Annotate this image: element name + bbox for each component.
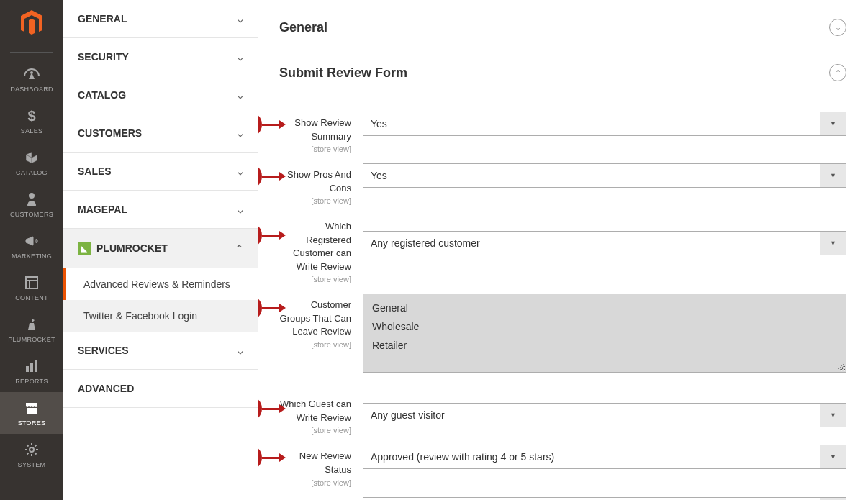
sidebar-item-plumrocket[interactable]: PLUMROCKET bbox=[0, 309, 63, 350]
svg-rect-6 bbox=[30, 363, 33, 372]
config-nav-customers[interactable]: CUSTOMERS ⌵ bbox=[63, 114, 258, 153]
field-row-which-guest: 5 Which Guest can Write Review [store vi… bbox=[279, 393, 846, 435]
dropdown-arrow-icon: ▼ bbox=[820, 112, 846, 135]
badge-arrow bbox=[262, 408, 281, 410]
field-row-customer-groups: 4 Customer Groups That Can Leave Review … bbox=[279, 294, 846, 373]
config-nav-label: ADVANCED bbox=[78, 383, 134, 394]
config-nav-sublist: Advanced Reviews & Reminders Twitter & F… bbox=[63, 268, 258, 332]
section-title-submit-review: Submit Review Form bbox=[279, 65, 407, 81]
which-registered-select[interactable]: Any registered customer bbox=[363, 232, 820, 255]
field-label: Show Review Summary bbox=[294, 117, 351, 142]
dropdown-arrow-icon: ▼ bbox=[820, 445, 846, 468]
badge-6: 6 bbox=[258, 445, 262, 471]
config-nav-services[interactable]: SERVICES ⌵ bbox=[63, 332, 258, 370]
svg-point-8 bbox=[30, 447, 34, 452]
sidebar-item-catalog[interactable]: CATALOG bbox=[0, 142, 63, 183]
config-nav-sub-label: Twitter & Facebook Login bbox=[83, 310, 197, 322]
badge-arrow bbox=[262, 457, 281, 459]
cube-icon bbox=[23, 149, 40, 166]
chevron-up-icon: ⌃ bbox=[235, 243, 243, 254]
chevron-down-icon: ⌵ bbox=[238, 90, 243, 101]
config-nav-label: SERVICES bbox=[78, 345, 129, 356]
bar-chart-icon bbox=[23, 358, 40, 375]
config-nav-label: SECURITY bbox=[78, 51, 129, 63]
section-header-submit-review[interactable]: Submit Review Form ⌃ bbox=[279, 58, 846, 90]
show-message-block-select[interactable]: Yes bbox=[363, 498, 820, 500]
sidebar-divider bbox=[10, 52, 53, 53]
badge-5: 5 bbox=[258, 396, 262, 422]
sidebar-item-marketing[interactable]: MARKETING bbox=[0, 225, 63, 267]
sidebar-item-stores[interactable]: STORES bbox=[0, 392, 63, 434]
sidebar-item-customers[interactable]: CUSTOMERS bbox=[0, 183, 63, 225]
sidebar-item-sales[interactable]: $ SALES bbox=[0, 100, 63, 142]
section-title-general: General bbox=[279, 20, 327, 35]
svg-point-1 bbox=[29, 193, 35, 199]
show-pros-cons-select[interactable]: Yes bbox=[363, 164, 820, 187]
badge-7: 7 bbox=[258, 497, 262, 500]
config-nav-sub-twitter-fb[interactable]: Twitter & Facebook Login bbox=[63, 300, 258, 332]
admin-sidebar: DASHBOARD $ SALES CATALOG CUSTOMERS MARK… bbox=[0, 0, 63, 500]
svg-rect-7 bbox=[35, 360, 37, 372]
customer-groups-multiselect[interactable]: General Wholesale Retailer bbox=[363, 294, 846, 373]
field-label: Which Registered Customer can Write Revi… bbox=[293, 221, 351, 272]
svg-text:$: $ bbox=[27, 109, 35, 123]
badge-4: 4 bbox=[258, 295, 262, 321]
chevron-down-icon: ⌵ bbox=[238, 345, 243, 356]
sidebar-label-sales: SALES bbox=[21, 127, 43, 135]
config-nav-label: CUSTOMERS bbox=[78, 127, 142, 139]
sidebar-item-content[interactable]: CONTENT bbox=[0, 267, 63, 309]
sidebar-label-reports: REPORTS bbox=[15, 378, 48, 385]
sidebar-item-reports[interactable]: REPORTS bbox=[0, 350, 63, 392]
config-nav-label: CATALOG bbox=[78, 89, 126, 101]
main-content: General ⌄ Submit Review Form ⌃ 1 Show Re… bbox=[258, 0, 868, 500]
multiselect-option[interactable]: Wholesale bbox=[363, 317, 846, 336]
plumrocket-icon bbox=[23, 316, 40, 333]
gear-icon bbox=[23, 441, 40, 458]
field-label: Customer Groups That Can Leave Review bbox=[280, 299, 351, 337]
collapse-icon[interactable]: ⌄ bbox=[829, 19, 846, 36]
megaphone-icon bbox=[23, 232, 40, 250]
config-nav-general[interactable]: GENERAL ⌵ bbox=[63, 0, 258, 38]
dropdown-arrow-icon: ▼ bbox=[820, 232, 846, 255]
new-review-status-select[interactable]: Approved (review with rating 4 or 5 star… bbox=[363, 445, 820, 468]
sidebar-item-system[interactable]: SYSTEM bbox=[0, 434, 63, 476]
sidebar-label-catalog: CATALOG bbox=[16, 169, 48, 176]
field-row-show-review-summary: 1 Show Review Summary [store view] Yes ▼ bbox=[279, 112, 846, 153]
config-nav-catalog[interactable]: CATALOG ⌵ bbox=[63, 76, 258, 114]
config-nav-plumrocket[interactable]: ◣ PLUMROCKET ⌃ bbox=[63, 229, 258, 268]
sidebar-item-dashboard[interactable]: DASHBOARD bbox=[0, 58, 63, 100]
field-row-show-pros-cons: 2 Show Pros And Cons [store view] Yes ▼ bbox=[279, 163, 846, 205]
show-review-summary-select[interactable]: Yes bbox=[363, 112, 820, 135]
which-guest-select[interactable]: Any guest visitor bbox=[363, 404, 820, 427]
config-nav-label: PLUMROCKET bbox=[96, 242, 168, 254]
field-scope: [store view] bbox=[279, 145, 351, 153]
badge-3: 3 bbox=[258, 222, 262, 248]
svg-rect-5 bbox=[26, 366, 29, 372]
config-nav-magepal[interactable]: MAGEPAL ⌵ bbox=[63, 191, 258, 229]
field-scope: [store view] bbox=[279, 478, 351, 487]
config-nav-sub-advanced-reviews[interactable]: Advanced Reviews & Reminders bbox=[63, 268, 258, 300]
config-nav-advanced[interactable]: ADVANCED bbox=[63, 370, 258, 408]
config-nav-security[interactable]: SECURITY ⌵ bbox=[63, 38, 258, 76]
multiselect-option[interactable]: Retailer bbox=[363, 336, 846, 355]
person-icon bbox=[23, 191, 40, 208]
badge-arrow bbox=[262, 235, 281, 237]
config-nav-sub-label: Advanced Reviews & Reminders bbox=[83, 278, 230, 290]
stores-icon bbox=[23, 399, 40, 417]
field-row-which-registered: 3 Which Registered Customer can Write Re… bbox=[279, 215, 846, 283]
expand-icon[interactable]: ⌃ bbox=[829, 64, 846, 81]
multiselect-option[interactable]: General bbox=[363, 299, 846, 317]
section-header-general[interactable]: General ⌄ bbox=[279, 13, 846, 45]
chevron-down-icon: ⌵ bbox=[238, 128, 243, 139]
config-nav-label: MAGEPAL bbox=[78, 204, 127, 215]
resize-handle-icon[interactable] bbox=[837, 363, 844, 371]
sidebar-label-customers: CUSTOMERS bbox=[10, 211, 53, 218]
magento-logo[interactable] bbox=[17, 9, 46, 37]
field-scope: [store view] bbox=[279, 275, 351, 283]
config-nav: GENERAL ⌵ SECURITY ⌵ CATALOG ⌵ CUSTOMERS… bbox=[63, 0, 258, 500]
field-row-new-review-status: 6 New Review Status [store view] Approve… bbox=[279, 445, 846, 486]
config-nav-sales[interactable]: SALES ⌵ bbox=[63, 153, 258, 191]
svg-rect-2 bbox=[26, 277, 37, 288]
field-row-show-message-block: 7 Show Message Block [store view] Yes ▼ bbox=[279, 497, 846, 500]
field-label: New Review Status bbox=[299, 450, 351, 475]
